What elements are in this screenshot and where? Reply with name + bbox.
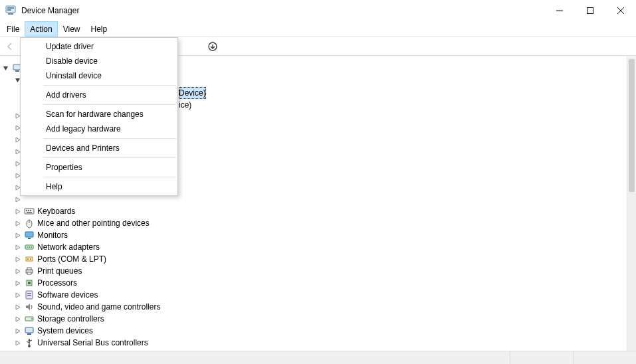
tree-category-label: Sound, video and game controllers (37, 301, 160, 313)
svg-rect-13 (28, 210, 29, 211)
svg-rect-38 (27, 333, 31, 335)
svg-rect-24 (26, 257, 33, 261)
svg-point-22 (29, 246, 30, 248)
menu-add-legacy[interactable]: Add legacy hardware (21, 122, 177, 136)
menu-properties[interactable]: Properties (21, 160, 177, 175)
action-dropdown: Update driver Disable device Uninstall d… (20, 37, 178, 196)
back-button[interactable] (3, 39, 17, 54)
svg-rect-31 (28, 282, 31, 284)
menu-disable-device[interactable]: Disable device (21, 54, 177, 68)
menu-scan-hardware[interactable]: Scan for hardware changes (21, 107, 177, 122)
titlebar: Device Manager (0, 0, 636, 21)
tree-category-row[interactable]: Monitors (3, 229, 627, 241)
menubar: File Action View Help (0, 21, 636, 37)
tree-item-peek[interactable]: ice) (179, 99, 191, 111)
minimize-button[interactable] (544, 0, 575, 21)
keyboard-icon (24, 206, 35, 217)
tree-category-label: System devices (37, 325, 93, 337)
scrollbar-thumb[interactable] (629, 59, 635, 192)
menu-uninstall-device[interactable]: Uninstall device (21, 68, 177, 83)
status-text (0, 351, 510, 364)
tree-category-row[interactable]: Storage controllers (3, 313, 627, 325)
printer-icon (24, 266, 35, 276)
menu-help[interactable]: Help (21, 179, 177, 194)
svg-rect-3 (8, 13, 13, 15)
expand-icon[interactable] (15, 256, 23, 262)
svg-rect-25 (27, 258, 29, 260)
expand-icon[interactable] (15, 328, 23, 334)
svg-rect-29 (27, 272, 31, 274)
close-button[interactable] (605, 0, 636, 21)
storage-icon (24, 314, 35, 324)
tree-category-label: Print queues (37, 265, 82, 277)
menu-separator (43, 157, 176, 158)
status-cell (573, 351, 636, 364)
svg-rect-18 (25, 232, 33, 237)
expand-icon[interactable] (15, 221, 23, 227)
menu-action[interactable]: Action (25, 21, 57, 37)
monitor-icon (24, 230, 35, 240)
network-icon (24, 242, 35, 252)
window-controls (544, 0, 636, 21)
tree-category-label: Network adapters (37, 241, 100, 253)
tree-category-label: Ports (COM & LPT) (37, 253, 106, 265)
expand-icon[interactable] (15, 209, 23, 215)
tree-category-row[interactable]: Network adapters (3, 241, 627, 253)
tree-category-row[interactable]: Universal Serial Bus controllers (3, 337, 627, 349)
expand-icon[interactable] (15, 280, 23, 286)
maximize-button[interactable] (575, 0, 605, 21)
menu-view[interactable]: View (58, 21, 86, 37)
system-icon (24, 325, 35, 336)
tree-category-row[interactable]: System devices (3, 325, 627, 337)
svg-point-23 (31, 246, 32, 248)
app-icon (5, 5, 16, 16)
menu-file[interactable]: File (1, 21, 25, 37)
svg-rect-33 (27, 293, 31, 294)
expand-icon[interactable] (15, 340, 23, 346)
menu-help[interactable]: Help (86, 21, 113, 37)
tree-category-label: Processors (37, 277, 77, 289)
expand-icon[interactable] (15, 292, 23, 298)
expand-icon[interactable] (15, 268, 23, 274)
menu-add-drivers[interactable]: Add drivers (21, 88, 177, 102)
svg-rect-12 (26, 210, 27, 211)
expand-icon[interactable] (15, 304, 23, 310)
tree-category-row[interactable]: Ports (COM & LPT) (3, 253, 627, 265)
tree-category-row[interactable]: Software devices (3, 289, 627, 301)
sound-icon (24, 302, 35, 312)
tree-category-label: Monitors (37, 229, 68, 241)
svg-point-36 (31, 318, 33, 319)
tree-category-row[interactable]: Processors (3, 277, 627, 289)
expand-icon[interactable] (15, 316, 23, 322)
menu-separator (43, 104, 176, 105)
svg-rect-26 (30, 258, 31, 260)
tree-category-row[interactable]: Keyboards (3, 205, 627, 217)
tree-category-row[interactable]: Sound, video and game controllers (3, 301, 627, 313)
tree-category-label: Storage controllers (37, 313, 104, 325)
statusbar (0, 351, 636, 364)
status-cell (510, 351, 573, 364)
tree-category-label: Universal Serial Bus controllers (37, 337, 148, 349)
menu-separator (43, 85, 176, 86)
vertical-scrollbar[interactable] (627, 56, 636, 351)
tree-category-label: Mice and other pointing devices (37, 217, 150, 229)
tree-item-selected-peek[interactable]: Device) (179, 87, 206, 99)
svg-rect-14 (30, 210, 31, 211)
expand-icon[interactable] (15, 232, 23, 238)
menu-separator (43, 138, 176, 139)
svg-rect-2 (7, 9, 11, 11)
expand-icon[interactable] (15, 197, 23, 203)
expand-icon[interactable] (15, 244, 23, 250)
svg-rect-15 (27, 212, 32, 213)
svg-rect-37 (25, 327, 33, 333)
menu-separator (43, 177, 176, 177)
svg-rect-1 (7, 7, 14, 9)
toolbar-button-generic[interactable] (205, 39, 220, 54)
cpu-icon (24, 278, 35, 288)
expand-icon[interactable] (3, 65, 11, 71)
window-title: Device Manager (21, 6, 79, 15)
menu-devices-printers[interactable]: Devices and Printers (21, 141, 177, 155)
tree-category-row[interactable]: Print queues (3, 265, 627, 277)
menu-update-driver[interactable]: Update driver (21, 39, 177, 54)
tree-category-row[interactable]: Mice and other pointing devices (3, 217, 627, 229)
